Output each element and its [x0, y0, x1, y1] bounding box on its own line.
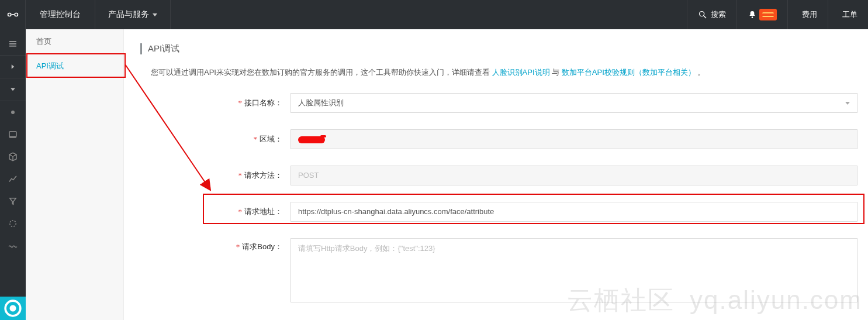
- rail-expand-down[interactable]: [0, 78, 26, 101]
- brand-icon: [7, 9, 19, 20]
- content: API调试 您可以通过调用API来实现对您在数加订购的官方服务的调用，这个工具帮…: [124, 29, 868, 320]
- topbar-left: 管理控制台 产品与服务: [0, 0, 171, 29]
- icon-rail: [0, 29, 26, 320]
- rail-filter[interactable]: [0, 190, 26, 212]
- products-dropdown[interactable]: 产品与服务: [95, 0, 171, 29]
- method-input: POST: [291, 166, 857, 185]
- topbar: 管理控制台 产品与服务 搜索 费用 工单: [0, 0, 868, 29]
- rail-graph[interactable]: [0, 168, 26, 190]
- brand-logo[interactable]: [0, 0, 26, 29]
- menu-home[interactable]: 首页: [26, 29, 123, 54]
- svg-rect-7: [9, 132, 16, 137]
- rail-help[interactable]: [0, 297, 26, 320]
- rail-cube[interactable]: [0, 146, 26, 168]
- required-mark: *: [238, 207, 243, 216]
- target-icon: [0, 295, 26, 320]
- svg-line-4: [704, 16, 706, 18]
- rail-wave[interactable]: [0, 235, 26, 257]
- redacted-region-value: [298, 136, 325, 143]
- link-dataplus-rules[interactable]: 数加平台API校验规则（数加平台相关）: [562, 68, 696, 77]
- ctrl-interface: 人脸属性识别: [291, 93, 857, 113]
- watermark-en: yq.aliyun.com: [690, 285, 862, 314]
- svg-rect-2: [11, 14, 14, 15]
- left-menu: 首页 API调试: [26, 29, 124, 320]
- rail-hamburger[interactable]: [0, 33, 26, 55]
- billing-label: 费用: [802, 9, 817, 20]
- ctrl-url: https://dtplus-cn-shanghai.data.aliyuncs…: [291, 202, 857, 222]
- label-body: *请求Body：: [151, 238, 291, 252]
- graph-icon: [8, 174, 18, 184]
- api-form: *接口名称： 人脸属性识别 *区域： *请求方法：: [151, 93, 857, 302]
- search-icon: [698, 10, 707, 19]
- label-method-text: 请求方法：: [244, 171, 282, 180]
- region-input[interactable]: [291, 129, 857, 149]
- watermark-cn: 云栖社区: [567, 286, 675, 315]
- ticket-label: 工单: [842, 9, 857, 20]
- required-mark: *: [238, 98, 243, 107]
- svg-rect-1: [15, 13, 18, 16]
- ctrl-method: POST: [291, 166, 857, 185]
- bell-icon: [748, 10, 757, 19]
- dot-icon: [8, 107, 18, 118]
- label-body-text: 请求Body：: [242, 242, 282, 251]
- console-title[interactable]: 管理控制台: [26, 0, 95, 29]
- filter-icon: [8, 196, 18, 207]
- label-region-text: 区域：: [260, 135, 282, 143]
- row-url: *请求地址： https://dtplus-cn-shanghai.data.a…: [151, 202, 857, 222]
- svg-point-3: [700, 12, 704, 16]
- hamburger-icon: [8, 39, 18, 49]
- user-avatar: [759, 9, 777, 20]
- label-region: *区域：: [151, 134, 291, 144]
- interface-select[interactable]: 人脸属性识别: [291, 93, 857, 113]
- menu-api-debug[interactable]: API调试: [26, 54, 123, 78]
- required-mark: *: [254, 135, 258, 143]
- rail-console[interactable]: [0, 123, 26, 146]
- desc-suffix: 。: [697, 68, 705, 77]
- method-value: POST: [298, 171, 319, 180]
- console-icon: [8, 129, 18, 140]
- body-placeholder: 请填写Http请求Body，例如：{"test":123}: [298, 244, 435, 253]
- page-description: 您可以通过调用API来实现对您在数加订购的官方服务的调用，这个工具帮助你快速入门…: [151, 67, 857, 78]
- label-method: *请求方法：: [151, 170, 291, 181]
- row-region: *区域：: [151, 129, 857, 149]
- required-mark: *: [238, 171, 243, 180]
- topbar-right: 搜索 费用 工单: [687, 0, 868, 29]
- link-face-api-doc[interactable]: 人脸识别API说明: [492, 68, 550, 77]
- desc-prefix: 您可以通过调用API来实现对您在数加订购的官方服务的调用，这个工具帮助你快速入门…: [151, 68, 492, 77]
- notifications-button[interactable]: [736, 0, 787, 29]
- label-url: *请求地址：: [151, 207, 291, 217]
- wave-icon: [8, 240, 18, 251]
- url-value: https://dtplus-cn-shanghai.data.aliyuncs…: [298, 207, 494, 216]
- chevron-down-icon: [845, 102, 850, 105]
- desc-mid: 与: [552, 68, 562, 77]
- url-input[interactable]: https://dtplus-cn-shanghai.data.aliyuncs…: [291, 202, 857, 222]
- search-label: 搜索: [711, 9, 726, 20]
- caret-right-icon: [8, 61, 18, 72]
- svg-point-5: [752, 16, 753, 18]
- products-label: 产品与服务: [108, 9, 149, 20]
- interface-select-value: 人脸属性识别: [298, 98, 344, 107]
- rail-expand-right[interactable]: [0, 56, 26, 78]
- watermark: 云栖社区 yq.aliyun.com: [567, 283, 862, 318]
- ctrl-region: [291, 129, 857, 149]
- svg-rect-0: [8, 13, 11, 16]
- page-title: API调试: [140, 43, 857, 54]
- search-button[interactable]: 搜索: [687, 0, 736, 29]
- label-interface: *接口名称：: [151, 98, 291, 108]
- row-method: *请求方法： POST: [151, 166, 857, 185]
- rail-ring[interactable]: [0, 212, 26, 235]
- svg-point-10: [10, 305, 16, 312]
- caret-down-icon: [8, 84, 18, 95]
- ring-icon: [8, 218, 18, 229]
- ticket-link[interactable]: 工单: [828, 0, 868, 29]
- cube-icon: [8, 152, 18, 162]
- rail-dot[interactable]: [0, 101, 26, 123]
- billing-link[interactable]: 费用: [787, 0, 828, 29]
- label-url-text: 请求地址：: [244, 207, 282, 216]
- chevron-down-icon: [153, 13, 157, 16]
- svg-point-8: [10, 221, 16, 227]
- svg-point-6: [11, 111, 15, 114]
- row-interface: *接口名称： 人脸属性识别: [151, 93, 857, 113]
- label-interface-text: 接口名称：: [244, 98, 282, 107]
- required-mark: *: [236, 242, 240, 251]
